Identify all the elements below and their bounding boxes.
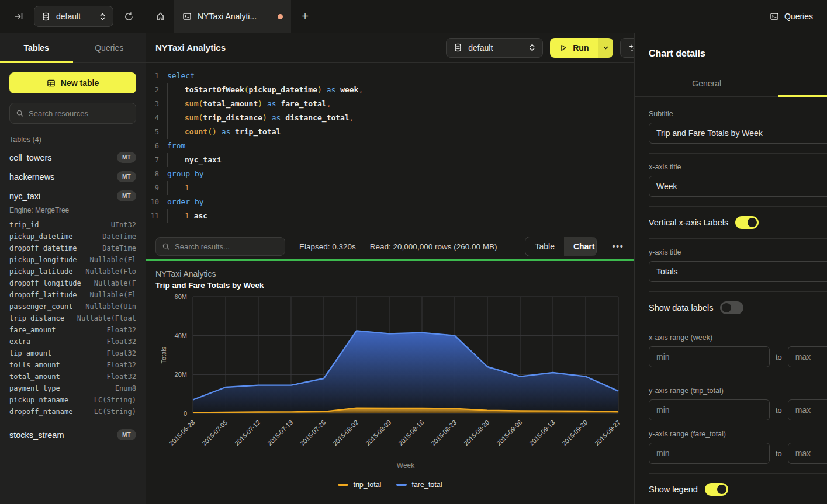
column-type: DateTime <box>102 231 136 242</box>
queries-button-label: Queries <box>784 12 813 21</box>
column-row: tip_amountFloat32 <box>9 347 136 359</box>
tab-nytaxi-analytics[interactable]: NYTaxi Analyti... <box>174 0 291 33</box>
table-row[interactable]: stocks_streamMT <box>9 429 136 440</box>
unsaved-changes-dot <box>278 14 283 19</box>
column-row: tolls_amountFloat32 <box>9 359 136 371</box>
results-more-button[interactable]: ••• <box>611 239 625 254</box>
x-range-min-input[interactable] <box>649 346 770 367</box>
table-row[interactable]: hackernewsMT <box>9 171 136 182</box>
column-row: extraFloat32 <box>9 336 136 347</box>
database-select[interactable]: default <box>34 6 113 27</box>
queries-button[interactable]: Queries <box>756 0 827 33</box>
show-data-labels-toggle[interactable] <box>720 301 743 314</box>
sql-editor[interactable]: 1select2toStartOfWeek(pickup_datetime) a… <box>146 63 634 234</box>
code-content: count() as trip_total <box>167 125 281 139</box>
home-icon <box>155 12 165 22</box>
engine-badge: MT <box>117 429 136 440</box>
show-legend-toggle[interactable] <box>705 483 728 496</box>
sidebar: Tables Queries New table Tables (4) <box>0 33 146 504</box>
column-name: pickup_datetime <box>9 231 72 242</box>
table-row[interactable]: nyc_taxiMT <box>9 190 136 201</box>
results-search <box>155 237 285 256</box>
column-type: Float32 <box>106 347 136 359</box>
chart-text: 2015-08-16 <box>397 419 425 447</box>
refresh-button[interactable] <box>122 9 136 24</box>
column-row: dropoff_longitudeNullable(F <box>9 277 136 289</box>
run-options-caret[interactable] <box>598 38 613 58</box>
chart-text: 60M <box>175 293 187 300</box>
column-row: dropoff_ntanameLC(String) <box>9 406 136 418</box>
view-toggle-table[interactable]: Table <box>525 237 563 256</box>
view-toggle-chart[interactable]: Chart <box>564 237 597 256</box>
show-legend-label: Show legend <box>649 485 698 494</box>
column-row: payment_typeEnum8 <box>9 383 136 394</box>
chart-text: 20M <box>175 371 187 378</box>
column-row: trip_distanceNullable(Float <box>9 312 136 324</box>
table-name: stocks_stream <box>9 430 64 440</box>
column-name: passenger_count <box>9 301 72 312</box>
divider <box>649 153 827 154</box>
y-axis-title-label: y-axis title <box>649 248 827 256</box>
chart-text: 2015-09-06 <box>495 419 523 447</box>
x-axis-title-input[interactable] <box>649 176 827 197</box>
divider <box>649 238 827 239</box>
to-label: to <box>776 449 782 458</box>
line-number: 4 <box>146 111 167 125</box>
line-number: 10 <box>146 195 167 209</box>
column-name: dropoff_datetime <box>9 242 77 254</box>
panel-tab-general[interactable]: General <box>635 72 778 96</box>
x-range-max-input[interactable] <box>788 346 827 367</box>
run-button-label: Run <box>573 43 589 53</box>
code-content: select <box>167 69 195 83</box>
divider <box>649 324 827 324</box>
query-database-select[interactable]: default <box>446 38 543 58</box>
legend-label: fare_total <box>411 481 442 489</box>
line-number: 1 <box>146 69 167 83</box>
column-row: dropoff_datetimeDateTime <box>9 242 136 254</box>
y-axis-title-input[interactable] <box>649 261 827 282</box>
sidebar-tabs: Tables Queries <box>0 33 146 63</box>
y-range-trip-max-input[interactable] <box>788 399 827 420</box>
sidebar-search <box>9 103 136 124</box>
panel-header: Chart details × <box>635 33 827 72</box>
legend-item-fare_total[interactable]: fare_total <box>396 481 442 489</box>
column-name: dropoff_ntaname <box>9 406 72 418</box>
legend-item-trip_total[interactable]: trip_total <box>338 481 381 489</box>
sidebar-tab-queries[interactable]: Queries <box>73 33 146 62</box>
panel-title: Chart details <box>649 48 827 59</box>
panel-tab-advanced[interactable]: Advanced <box>778 72 827 96</box>
chart-text: 2015-08-09 <box>364 419 392 447</box>
code-content: toStartOfWeek(pickup_datetime) as week, <box>167 83 363 97</box>
chart-text: 2015-09-13 <box>528 419 556 447</box>
column-name: tolls_amount <box>9 359 60 371</box>
y-range-trip-min-input[interactable] <box>649 399 770 420</box>
chart-legend: trip_totalfare_total <box>155 481 625 489</box>
sidebar-tab-tables[interactable]: Tables <box>0 33 73 62</box>
area-chart: 020M40M60MTotals2015-06-282015-07-052015… <box>155 290 625 479</box>
tables-section-header: Tables (4) <box>9 135 136 144</box>
column-name: fare_amount <box>9 324 56 336</box>
chart-text: 2015-07-19 <box>266 419 294 447</box>
column-type: Float32 <box>106 371 136 383</box>
new-table-button[interactable]: New table <box>9 72 136 93</box>
subtitle-input[interactable] <box>649 123 827 144</box>
sidebar-search-input[interactable] <box>29 109 132 118</box>
column-type: Nullable(Float <box>77 312 136 324</box>
chart-text: 2015-08-30 <box>462 419 490 447</box>
table-name: cell_towers <box>9 153 52 162</box>
results-search-input[interactable] <box>175 242 279 251</box>
y-range-fare-max-input[interactable] <box>788 443 827 464</box>
collapse-sidebar-button[interactable] <box>12 9 26 23</box>
search-icon <box>162 242 170 251</box>
chart-title: NYTaxi Analytics <box>155 269 625 279</box>
new-tab-button[interactable]: + <box>291 0 319 33</box>
top-bar-left: default <box>0 0 146 33</box>
vertical-x-labels-toggle[interactable] <box>735 216 759 229</box>
y-range-fare-min-input[interactable] <box>649 443 770 464</box>
column-type: LC(String) <box>94 394 136 406</box>
home-button[interactable] <box>146 0 174 33</box>
sidebar-body: New table Tables (4) cell_towersMThacker… <box>0 63 146 450</box>
run-button[interactable]: Run <box>550 38 598 58</box>
table-row[interactable]: cell_towersMT <box>9 152 136 163</box>
search-icon <box>16 109 24 117</box>
